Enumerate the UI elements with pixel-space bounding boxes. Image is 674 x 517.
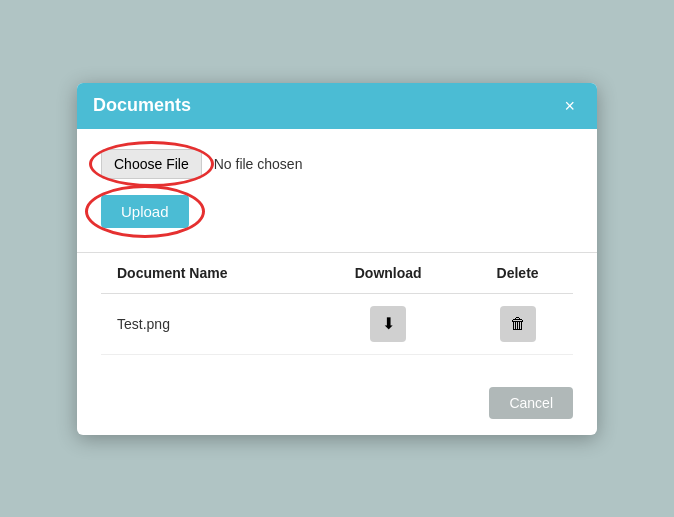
close-button[interactable]: × [558, 95, 581, 117]
table-row: Test.png⬇🗑 [101, 293, 573, 354]
upload-highlight: Upload [101, 195, 189, 228]
modal-header: Documents × [77, 83, 597, 129]
download-button[interactable]: ⬇ [370, 306, 406, 342]
table-header-row: Document Name Download Delete [101, 253, 573, 294]
modal-overlay: Documents × Choose File No file chosen U… [77, 83, 597, 435]
table-section: Document Name Download Delete Test.png⬇🗑 [101, 253, 573, 355]
choose-file-button[interactable]: Choose File [101, 149, 202, 179]
modal-footer: Cancel [77, 375, 597, 435]
file-name-text: No file chosen [214, 156, 303, 172]
upload-button[interactable]: Upload [101, 195, 189, 228]
download-cell: ⬇ [314, 293, 462, 354]
doc-name-cell: Test.png [101, 293, 314, 354]
col-download: Download [314, 253, 462, 294]
choose-file-highlight: Choose File [101, 149, 202, 179]
delete-button[interactable]: 🗑 [500, 306, 536, 342]
documents-table: Document Name Download Delete Test.png⬇🗑 [101, 253, 573, 355]
delete-cell: 🗑 [462, 293, 573, 354]
documents-modal: Documents × Choose File No file chosen U… [77, 83, 597, 435]
col-document-name: Document Name [101, 253, 314, 294]
cancel-button[interactable]: Cancel [489, 387, 573, 419]
file-input-row: Choose File No file chosen [101, 149, 573, 179]
modal-title: Documents [93, 95, 191, 116]
upload-row: Upload [101, 195, 573, 228]
col-delete: Delete [462, 253, 573, 294]
modal-body: Choose File No file chosen Upload Docu [77, 129, 597, 375]
